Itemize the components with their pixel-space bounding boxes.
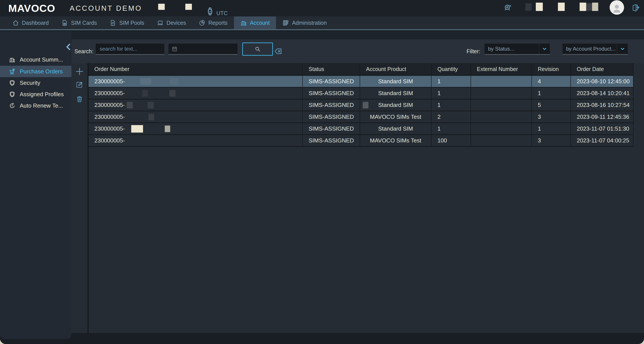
tab-sim-pools[interactable]: SIM Pools [103,16,150,29]
column-header-account_product: Account Product [360,63,432,75]
home-icon [12,20,19,26]
tab-devices[interactable]: Devices [150,16,192,29]
cell-order_date: 2023-08-10 12:45:00 [571,76,634,87]
cell-text: 1 [438,90,440,97]
table-row[interactable]: 230000005-SIMS-ASSIGNEDStandard SIM14202… [88,76,634,88]
cell-account_product: Standard SIM [360,76,432,87]
timezone-control[interactable]: UTC [206,0,228,18]
cell-text: 1 [438,102,440,108]
redacted-block [169,90,176,97]
cell-account_product: Standard SIM [360,88,432,99]
cell-text: 230000005- [94,78,125,85]
redacted-block [185,4,192,10]
redacted-block [170,78,178,85]
building-icon [9,56,16,63]
shield-icon [9,91,16,98]
cell-text: SIMS-ASSIGNED [309,78,354,85]
notifications-bell-icon[interactable] [503,3,512,12]
bottom-strip [0,333,644,344]
calendar-icon[interactable] [172,46,178,52]
cell-text: 1 [438,78,440,85]
cell-external_number [471,76,532,87]
pie-chart-icon [199,20,206,26]
sidebar-item-label: Account Summ... [20,56,63,63]
cell-external_number [471,135,532,146]
cell-text: SIMS-ASSIGNED [309,137,354,144]
cell-text: 1 [438,125,440,132]
column-header-status: Status [303,63,360,75]
main-nav: DashboardSIM CardsSIM PoolsDevicesReport… [0,16,644,30]
cell-text: 2023-09-11 12:45:36 [577,114,629,120]
tab-label: Reports [208,20,228,26]
cell-order_date: 2023-11-07 01:51:30 [571,123,634,134]
sidebar-item-label: Security [20,80,40,86]
cell-text: SIMS-ASSIGNED [309,114,354,120]
tab-administration[interactable]: Administration [276,16,333,29]
cell-text: 2023-08-10 12:45:00 [577,78,630,85]
filter-label: Filter: [466,40,480,63]
table-row[interactable]: 230000005-SIMS-ASSIGNEDMAVOCO SIMs Test1… [88,135,634,147]
date-input[interactable] [178,44,238,54]
magnifier-icon [254,46,261,52]
user-avatar[interactable] [610,0,624,15]
search-input[interactable] [96,44,164,54]
sidebar-item-account-summary[interactable]: Account Summ... [0,54,72,65]
column-header-quantity: Quantity [432,63,471,75]
content-panel: Order NumberStatusAccount ProductQuantit… [72,63,644,333]
admin-grid-icon [282,20,289,26]
sidebar-item-label: Assigned Profiles [20,91,64,98]
cell-quantity: 1 [432,100,471,111]
table-body: 230000005-SIMS-ASSIGNEDStandard SIM14202… [88,76,634,147]
table-row[interactable]: 230000005-SIMS-ASSIGNEDStandard SIM11202… [88,123,634,135]
column-header-external_number: External Number [471,63,532,75]
redacted-block [592,3,598,11]
cell-status: SIMS-ASSIGNED [303,111,360,122]
add-order-icon[interactable] [75,66,84,76]
tab-account[interactable]: Account [234,16,276,29]
sidebar-item-purchase-orders[interactable]: Purchase Orders [0,66,72,77]
delete-order-icon[interactable] [76,95,84,103]
tab-label: SIM Cards [71,20,97,26]
account-product-filter-select[interactable]: by Account Product... [562,44,628,55]
chevron-down-icon [542,46,547,52]
application-window: MAVOCO ACCOUNT DEMO UTC DashboardSIM Car… [0,0,644,344]
redacted-block [558,3,565,11]
cell-text: 4 [538,78,541,85]
sidebar-item-security[interactable]: Security [0,77,72,88]
cell-text: 100 [438,137,447,144]
table-row[interactable]: 230000005-SIMS-ASSIGNEDStandard SIM11202… [88,88,634,100]
status-filter-select[interactable]: by Status... [484,44,550,55]
column-header-revision: Revision [532,63,571,75]
cell-order_date: 2023-11-07 04:00:25 [571,135,634,146]
edit-order-icon[interactable] [76,81,84,88]
logout-icon[interactable] [631,3,640,12]
cell-text: Standard SIM [378,90,413,97]
redacted-block [126,102,133,108]
tab-label: Account [250,20,270,26]
cell-account_product: MAVOCO SIMs Test [360,135,432,146]
search-button[interactable] [242,42,273,56]
sidebar-item-auto-renew-templates[interactable]: Auto Renew Te... [0,100,72,111]
table-row[interactable]: 230000005-SIMS-ASSIGNEDMAVOCO SIMs Test2… [88,111,634,123]
table-row[interactable]: 230000005-SIMS-ASSIGNEDStandard SIM15202… [88,100,634,111]
redacted-block [142,90,148,97]
cell-external_number [471,123,532,134]
tab-sim-cards[interactable]: SIM Cards [55,16,103,29]
cell-status: SIMS-ASSIGNED [303,123,360,134]
cell-account_product: MAVOCO SIMs Test [360,111,432,122]
clear-search-icon[interactable] [274,47,282,56]
tab-dashboard[interactable]: Dashboard [6,16,55,29]
cell-text: 2023-11-07 04:00:25 [577,137,629,144]
sidebar: Account Summ...Purchase OrdersSecurityAs… [0,31,72,339]
sidebar-item-label: Auto Renew Te... [20,102,63,109]
cell-text: Standard SIM [378,125,413,132]
redacted-block [158,4,165,10]
sidebar-item-assigned-profiles[interactable]: Assigned Profiles [0,88,72,100]
chevron-down-icon [620,46,625,52]
sim-pool-icon [110,20,116,26]
cell-text: 230000005- [94,137,125,144]
tab-reports[interactable]: Reports [192,16,234,29]
watch-icon [206,7,215,16]
cell-order_number: 230000005- [88,123,303,134]
cell-text: 2023-11-07 01:51:30 [577,125,629,132]
